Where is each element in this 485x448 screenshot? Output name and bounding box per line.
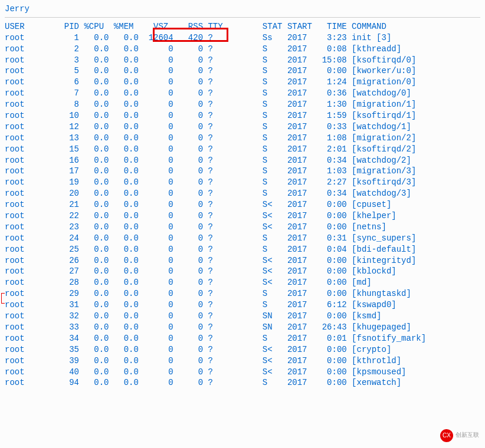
table-row: root 7 0.0 0.0 0 0 ? S 2017 0:36 [watchd… [5,88,480,99]
table-row: root 10 0.0 0.0 0 0 ? S 2017 1:59 [ksoft… [5,110,480,121]
table-row: root 33 0.0 0.0 0 0 ? SN 2017 26:43 [khu… [5,322,480,333]
watermark-text: 创新互联 [455,431,479,440]
table-row: root 3 0.0 0.0 0 0 ? S 2017 15:08 [ksoft… [5,55,480,66]
table-row: root 29 0.0 0.0 0 0 ? S 2017 0:00 [khung… [5,288,480,299]
table-row: root 1 0.0 0.0 12604 420 ? Ss 2017 3:23 … [5,32,480,44]
table-row: root 13 0.0 0.0 0 0 ? S 2017 1:08 [migra… [5,133,480,144]
table-row: root 8 0.0 0.0 0 0 ? S 2017 1:30 [migrat… [5,99,480,110]
watermark: CX 创新互联 [440,429,479,442]
table-row: root 17 0.0 0.0 0 0 ? S 2017 1:03 [migra… [5,166,480,177]
watermark-logo-icon: CX [440,429,453,442]
table-row: root 23 0.0 0.0 0 0 ? S< 2017 0:00 [netn… [5,222,480,233]
table-header: USER PID %CPU %MEM VSZ RSS TTY STAT STAR… [5,21,480,32]
table-row: root 5 0.0 0.0 0 0 ? S 2017 0:00 [kworke… [5,65,480,77]
divider [5,17,480,18]
table-row: root 16 0.0 0.0 0 0 ? S 2017 0:34 [watch… [5,155,480,166]
table-row: root 19 0.0 0.0 0 0 ? S 2017 2:27 [ksoft… [5,177,480,188]
table-row: root 31 0.0 0.0 0 0 ? S 2017 6:12 [kswap… [5,299,480,311]
table-row: root 24 0.0 0.0 0 0 ? S 2017 0:31 [sync_… [5,233,480,244]
table-row: root 2 0.0 0.0 0 0 ? S 2017 0:08 [kthrea… [5,44,480,55]
table-row: root 22 0.0 0.0 0 0 ? S< 2017 0:00 [khel… [5,210,480,222]
table-row: root 25 0.0 0.0 0 0 ? S 2017 0:04 [bdi-d… [5,244,480,255]
table-row: root 21 0.0 0.0 0 0 ? S< 2017 0:00 [cpus… [5,199,480,210]
terminal-prompt: Jerry [5,4,480,15]
table-row: root 94 0.0 0.0 0 0 ? S 2017 0:00 [xenwa… [5,377,480,388]
table-row: root 34 0.0 0.0 0 0 ? S 2017 0:01 [fsnot… [5,333,480,344]
table-row: root 32 0.0 0.0 0 0 ? SN 2017 0:00 [ksmd… [5,311,480,322]
table-row: root 28 0.0 0.0 0 0 ? S< 2017 0:00 [md] [5,277,480,288]
table-row: root 12 0.0 0.0 0 0 ? S 2017 0:33 [watch… [5,121,480,133]
table-row: root 15 0.0 0.0 0 0 ? S 2017 2:01 [ksoft… [5,144,480,155]
process-table: USER PID %CPU %MEM VSZ RSS TTY STAT STAR… [5,21,480,388]
table-row: root 20 0.0 0.0 0 0 ? S 2017 0:34 [watch… [5,188,480,199]
table-row: root 35 0.0 0.0 0 0 ? S< 2017 0:00 [cryp… [5,344,480,355]
table-row: root 6 0.0 0.0 0 0 ? S 2017 1:24 [migrat… [5,77,480,88]
table-row: root 39 0.0 0.0 0 0 ? S< 2017 0:00 [kthr… [5,355,480,367]
table-row: root 26 0.0 0.0 0 0 ? S< 2017 0:00 [kint… [5,255,480,266]
table-row: root 27 0.0 0.0 0 0 ? S< 2017 0:00 [kblo… [5,266,480,277]
table-row: root 40 0.0 0.0 0 0 ? S< 2017 0:00 [kpsm… [5,367,480,378]
